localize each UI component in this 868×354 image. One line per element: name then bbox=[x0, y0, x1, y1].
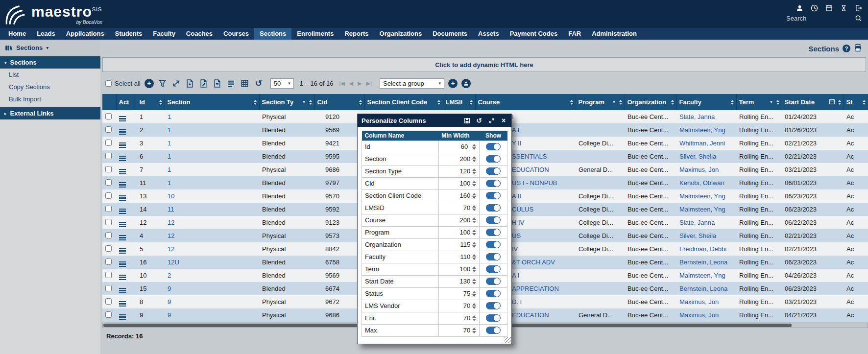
faculty-link[interactable]: Malmsteen, Yng bbox=[679, 272, 725, 279]
sidebar-item-bulk-import[interactable]: Bulk Import bbox=[0, 93, 100, 105]
row-actions-icon[interactable] bbox=[119, 313, 126, 321]
show-toggle[interactable] bbox=[486, 265, 501, 273]
spin-down-icon[interactable] bbox=[472, 270, 476, 272]
row-actions-icon[interactable] bbox=[119, 221, 126, 229]
min-width-cell[interactable]: 115 bbox=[438, 238, 479, 251]
row-checkbox[interactable] bbox=[105, 113, 112, 119]
show-toggle[interactable] bbox=[486, 167, 501, 175]
faculty-link[interactable]: Bernstein, Leona bbox=[679, 285, 727, 292]
spin-up-icon[interactable] bbox=[472, 291, 476, 293]
search-input[interactable] bbox=[786, 15, 850, 22]
min-width-stepper[interactable] bbox=[472, 291, 476, 297]
row-checkbox[interactable] bbox=[105, 245, 112, 252]
row-actions-icon[interactable] bbox=[119, 260, 126, 268]
show-toggle[interactable] bbox=[486, 290, 501, 297]
show-toggle[interactable] bbox=[486, 180, 501, 187]
nav-item-assets[interactable]: Assets bbox=[473, 28, 505, 40]
pagination-last[interactable]: ▶| bbox=[366, 80, 372, 87]
course-link[interactable]: US bbox=[512, 232, 521, 239]
show-toggle[interactable] bbox=[486, 241, 501, 248]
row-checkbox[interactable] bbox=[105, 219, 112, 225]
sidebar-group-external-links[interactable]: ▸ External Links bbox=[0, 107, 100, 119]
row-checkbox[interactable] bbox=[105, 140, 112, 146]
spin-down-icon[interactable] bbox=[472, 209, 476, 211]
nav-item-enrollments[interactable]: Enrollments bbox=[291, 28, 339, 40]
min-width-cell[interactable]: 70 bbox=[438, 202, 479, 214]
sort-icon[interactable] bbox=[359, 100, 362, 105]
min-width-cell[interactable]: 110 bbox=[438, 251, 479, 263]
sort-icon[interactable] bbox=[671, 100, 674, 105]
row-checkbox[interactable] bbox=[105, 232, 112, 238]
show-toggle[interactable] bbox=[486, 192, 501, 199]
dynamic-html-banner[interactable]: Click to add dynamic HTML here bbox=[102, 57, 866, 72]
min-width-cell[interactable]: 120 bbox=[438, 165, 479, 177]
sort-icon[interactable] bbox=[254, 100, 257, 105]
min-width-cell[interactable]: 100 bbox=[438, 263, 479, 275]
column-header-program[interactable]: Program▼ bbox=[576, 94, 625, 110]
help-icon[interactable]: ? bbox=[843, 45, 850, 52]
pagination-first[interactable]: |◀ bbox=[339, 80, 344, 87]
row-actions-icon[interactable] bbox=[119, 208, 126, 215]
min-width-stepper[interactable] bbox=[472, 205, 476, 211]
min-width-stepper[interactable] bbox=[472, 193, 476, 199]
min-width-stepper[interactable] bbox=[472, 217, 476, 223]
spin-down-icon[interactable] bbox=[472, 221, 476, 223]
faculty-link[interactable]: Whittman, Jenni bbox=[679, 140, 725, 147]
section-link[interactable]: 1 bbox=[168, 179, 171, 187]
nav-item-administration[interactable]: Administration bbox=[586, 28, 642, 40]
spin-up-icon[interactable] bbox=[472, 328, 476, 330]
filter-caret-icon[interactable]: ▼ bbox=[302, 100, 306, 104]
section-link[interactable]: 1 bbox=[168, 113, 171, 120]
show-toggle[interactable] bbox=[486, 143, 501, 150]
faculty-link[interactable]: Malmsteen, Yng bbox=[679, 206, 725, 213]
course-link[interactable]: Y II bbox=[512, 140, 521, 147]
nav-item-sections[interactable]: Sections bbox=[254, 28, 291, 40]
row-checkbox[interactable] bbox=[105, 206, 112, 212]
sort-icon[interactable] bbox=[309, 100, 312, 105]
course-link[interactable]: APPRECIATION bbox=[512, 285, 559, 292]
column-header-status[interactable]: St bbox=[844, 94, 868, 110]
row-checkbox[interactable] bbox=[105, 179, 112, 186]
faculty-link[interactable]: Silver, Sheila bbox=[679, 153, 716, 160]
sort-icon[interactable] bbox=[731, 100, 734, 105]
spin-up-icon[interactable] bbox=[472, 181, 476, 183]
section-link[interactable]: 12 bbox=[168, 245, 174, 253]
page-size-select[interactable]: 50 ▾ bbox=[270, 78, 294, 89]
spin-down-icon[interactable] bbox=[472, 196, 476, 199]
nav-item-faculty[interactable]: Faculty bbox=[147, 28, 181, 40]
row-actions-icon[interactable] bbox=[119, 274, 126, 282]
faculty-link[interactable]: Bernstein, Leona bbox=[679, 259, 727, 266]
row-actions-icon[interactable] bbox=[119, 115, 126, 123]
spin-up-icon[interactable] bbox=[472, 205, 476, 208]
course-link[interactable]: EDUCATION bbox=[512, 166, 549, 173]
row-checkbox[interactable] bbox=[105, 192, 112, 199]
select-all[interactable]: Select all bbox=[105, 80, 141, 87]
column-header-cid[interactable]: Cid bbox=[314, 94, 364, 110]
nav-item-home[interactable]: Home bbox=[3, 28, 31, 40]
dialog-titlebar[interactable]: Personalize Columns ↺ × bbox=[358, 114, 511, 127]
course-link[interactable]: &T ORCH ADV bbox=[512, 259, 555, 266]
min-width-cell[interactable]: 60 bbox=[438, 141, 479, 153]
min-width-cell[interactable]: 160 bbox=[438, 189, 479, 202]
show-toggle[interactable] bbox=[486, 278, 501, 285]
assign-user-button[interactable] bbox=[461, 79, 471, 88]
min-width-stepper[interactable] bbox=[472, 144, 476, 150]
row-actions-icon[interactable] bbox=[119, 247, 126, 255]
table-view-icon[interactable] bbox=[240, 78, 250, 88]
pagination-next[interactable]: ▶ bbox=[358, 80, 362, 87]
export-file-icon[interactable] bbox=[185, 78, 195, 88]
spin-down-icon[interactable] bbox=[472, 294, 476, 297]
nav-item-applications[interactable]: Applications bbox=[61, 28, 110, 40]
min-width-stepper[interactable] bbox=[472, 156, 476, 162]
course-link[interactable]: US I - NONPUB bbox=[512, 179, 557, 187]
row-checkbox[interactable] bbox=[105, 311, 112, 318]
section-link[interactable]: 12 bbox=[168, 232, 174, 239]
edit-export-icon[interactable] bbox=[199, 78, 209, 88]
min-width-cell[interactable]: 100 bbox=[438, 226, 479, 238]
min-width-cell[interactable]: 70 bbox=[438, 300, 479, 312]
section-link[interactable]: 1 bbox=[168, 153, 171, 160]
sort-icon[interactable] bbox=[570, 100, 573, 105]
min-width-cell[interactable]: 70 bbox=[438, 312, 479, 324]
spin-down-icon[interactable] bbox=[472, 307, 476, 309]
faculty-link[interactable]: Malmsteen, Yng bbox=[679, 192, 725, 200]
